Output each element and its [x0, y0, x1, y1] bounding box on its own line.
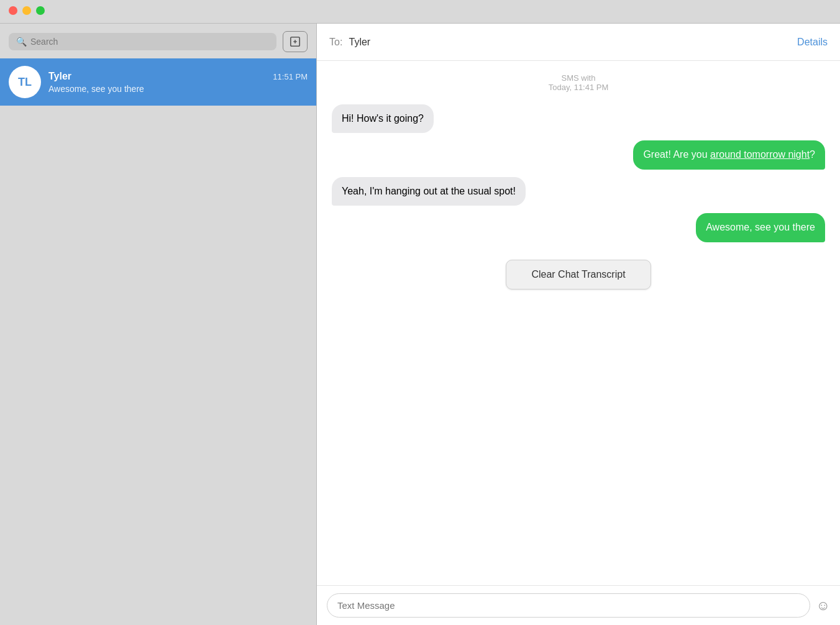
sidebar: 🔍 TL Tyler 11:51 PM Awesome, see you t: [0, 24, 317, 625]
close-button[interactable]: [9, 6, 17, 15]
app-container: 🔍 TL Tyler 11:51 PM Awesome, see you t: [0, 24, 840, 625]
sidebar-header: 🔍: [0, 24, 316, 58]
compose-button[interactable]: [283, 31, 308, 52]
conversation-list: TL Tyler 11:51 PM Awesome, see you there: [0, 58, 316, 625]
message-row-2: Great! Are you around tomorrow night?: [332, 140, 825, 169]
conversation-item-tyler[interactable]: TL Tyler 11:51 PM Awesome, see you there: [0, 58, 316, 106]
message-row-3: Yeah, I'm hanging out at the usual spot!: [332, 177, 825, 206]
bubble-incoming-1: Hi! How's it going?: [332, 104, 434, 133]
compose-icon: [290, 36, 301, 47]
chat-area: To: Tyler Details SMS with Today, 11:41 …: [317, 24, 840, 625]
message-row-4: Awesome, see you there: [332, 213, 825, 242]
bubble-outgoing-2: Great! Are you around tomorrow night?: [633, 140, 825, 169]
bubble-outgoing-4: Awesome, see you there: [696, 213, 825, 242]
minimize-button[interactable]: [22, 6, 31, 15]
message-row-1: Hi! How's it going?: [332, 104, 825, 133]
sms-time: Today, 11:41 PM: [332, 83, 825, 92]
clear-chat-button[interactable]: Clear Chat Transcript: [506, 260, 651, 290]
message-input[interactable]: [327, 593, 810, 618]
chat-to: To: Tyler: [329, 37, 370, 48]
chat-header: To: Tyler Details: [317, 24, 840, 61]
to-label: To:: [329, 37, 342, 47]
conversation-top: Tyler 11:51 PM: [48, 71, 308, 82]
conversation-time: 11:51 PM: [273, 72, 308, 81]
search-input[interactable]: [30, 37, 269, 47]
avatar-tyler: TL: [9, 66, 41, 98]
maximize-button[interactable]: [36, 6, 45, 15]
conversation-preview: Awesome, see you there: [48, 84, 308, 94]
to-name: Tyler: [349, 37, 371, 47]
messages-area: SMS with Today, 11:41 PM Hi! How's it go…: [317, 61, 840, 585]
search-bar[interactable]: 🔍: [9, 33, 276, 50]
sms-label: SMS with: [332, 73, 825, 83]
sms-header: SMS with Today, 11:41 PM: [332, 73, 825, 92]
clear-chat-container: Clear Chat Transcript: [332, 260, 825, 290]
details-button[interactable]: Details: [797, 37, 828, 48]
conversation-info-tyler: Tyler 11:51 PM Awesome, see you there: [48, 71, 308, 94]
chat-input-area: ☺: [317, 585, 840, 625]
bubble-incoming-3: Yeah, I'm hanging out at the usual spot!: [332, 177, 526, 206]
contact-name: Tyler: [48, 71, 71, 82]
emoji-button[interactable]: ☺: [816, 598, 830, 614]
search-icon: 🔍: [16, 37, 27, 47]
